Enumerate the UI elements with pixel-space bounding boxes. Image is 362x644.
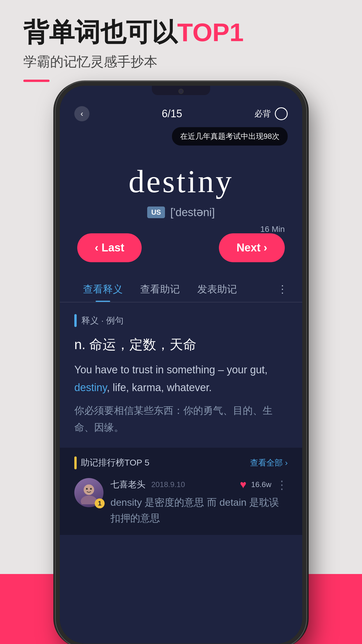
exam-frequency-tooltip: 在近几年真题考试中出现98次 bbox=[172, 127, 288, 146]
back-button[interactable]: ‹ bbox=[74, 106, 89, 121]
heart-icon[interactable]: ♥ bbox=[240, 478, 247, 491]
like-count: 16.6w bbox=[251, 480, 271, 489]
example-en-word-highlight: destiny bbox=[74, 382, 107, 393]
must-memorize-label: 必背 bbox=[254, 108, 271, 119]
definition-section: 释义 · 例句 n. 命运，定数，天命 You have to trust in… bbox=[60, 302, 302, 643]
mnemonics-title-wrap: 助记排行榜TOP 5 bbox=[74, 456, 150, 469]
section-label-text: 释义 · 例句 bbox=[81, 315, 124, 327]
rank-badge: 1 bbox=[95, 498, 105, 508]
progress-indicator: 6/15 bbox=[162, 108, 182, 120]
tab-more-button[interactable]: ⋮ bbox=[277, 283, 288, 301]
tab-definition[interactable]: 查看释义 bbox=[74, 283, 131, 302]
headline-highlight: TOP1 bbox=[177, 18, 244, 47]
example-en-part3: , life, karma, whatever. bbox=[107, 382, 212, 393]
mnemonic-actions: ♥ 16.6w ⋮ bbox=[240, 478, 288, 491]
mnemonic-content: density 是密度的意思 而 detain 是耽误扣押的意思 bbox=[110, 494, 288, 526]
mnemonics-section: 助记排行榜TOP 5 查看全部 › bbox=[60, 448, 302, 535]
phone-notch bbox=[152, 86, 210, 95]
view-all-label: 查看全部 bbox=[250, 457, 283, 468]
back-icon: ‹ bbox=[80, 109, 83, 118]
must-memorize-circle-icon bbox=[275, 107, 288, 120]
subheadline: 学霸的记忆灵感手抄本 bbox=[23, 53, 339, 71]
word-display: destiny bbox=[129, 163, 233, 200]
phone-mockup: ‹ 6/15 必背 在近几年真题考试中出现98次 destiny bbox=[56, 82, 306, 644]
definition-section-label: 释义 · 例句 bbox=[74, 314, 288, 327]
svg-point-3 bbox=[90, 488, 92, 490]
header-bar: ‹ 6/15 必背 bbox=[60, 100, 302, 127]
example-chinese: 你必须要相信某些东西：你的勇气、目的、生命、因缘。 bbox=[74, 402, 288, 436]
mnemonics-header: 助记排行榜TOP 5 查看全部 › bbox=[74, 456, 288, 469]
avatar-wrap: 1 bbox=[74, 478, 103, 507]
headline: 背单词也可以TOP1 bbox=[23, 18, 339, 47]
next-button[interactable]: Next › bbox=[219, 233, 285, 262]
headline-text-part1: 背单词也可以 bbox=[23, 18, 177, 47]
view-all-chevron-icon: › bbox=[285, 458, 288, 468]
us-badge: US bbox=[147, 206, 165, 218]
example-en-part1: You have to trust in something – your gu… bbox=[74, 364, 268, 376]
svg-point-2 bbox=[86, 488, 88, 490]
must-memorize-toggle[interactable]: 必背 bbox=[254, 107, 288, 120]
tab-navigation: 查看释义 查看助记 发表助记 ⋮ bbox=[60, 271, 302, 302]
nav-buttons-row: 16 Min ‹ Last Next › bbox=[60, 225, 302, 262]
last-button[interactable]: ‹ Last bbox=[77, 233, 142, 262]
svg-point-0 bbox=[84, 484, 94, 495]
tab-mnemonic-post[interactable]: 发表助记 bbox=[189, 283, 246, 302]
screen-content: ‹ 6/15 必背 在近几年真题考试中出现98次 destiny bbox=[60, 86, 302, 643]
mnemonic-user-row: 七喜老头 2018.9.10 ♥ 16.6w ⋮ bbox=[110, 478, 288, 491]
more-options-icon[interactable]: ⋮ bbox=[276, 478, 288, 491]
mnemonic-date: 2018.9.10 bbox=[151, 480, 185, 489]
example-english: You have to trust in something – your gu… bbox=[74, 361, 288, 396]
phone-frame: ‹ 6/15 必背 在近几年真题考试中出现98次 destiny bbox=[56, 82, 306, 644]
mnemonics-section-title: 助记排行榜TOP 5 bbox=[81, 457, 150, 469]
decorative-underline bbox=[23, 80, 50, 82]
phonetic-text: ['destəni] bbox=[170, 206, 215, 219]
view-all-button[interactable]: 查看全部 › bbox=[250, 457, 288, 468]
section-label-bar-icon bbox=[74, 314, 77, 327]
mnemonics-title-bar-icon bbox=[74, 456, 77, 469]
phone-screen: ‹ 6/15 必背 在近几年真题考试中出现98次 destiny bbox=[60, 86, 302, 643]
time-label: 16 Min bbox=[260, 225, 285, 234]
pronunciation-row: US ['destəni] bbox=[147, 206, 215, 219]
tab-mnemonic-view[interactable]: 查看助记 bbox=[131, 283, 189, 302]
mnemonic-username: 七喜老头 bbox=[110, 479, 145, 491]
tooltip-bar: 在近几年真题考试中出现98次 bbox=[60, 127, 302, 151]
word-section: destiny US ['destəni] bbox=[60, 151, 302, 225]
mnemonic-list-item: 1 七喜老头 2018.9.10 ♥ 16.6w ⋮ bbox=[74, 478, 288, 526]
definition-pos-meaning: n. 命运，定数，天命 bbox=[74, 336, 288, 354]
mnemonic-info: 七喜老头 2018.9.10 ♥ 16.6w ⋮ density 是密度的意思 … bbox=[110, 478, 288, 526]
